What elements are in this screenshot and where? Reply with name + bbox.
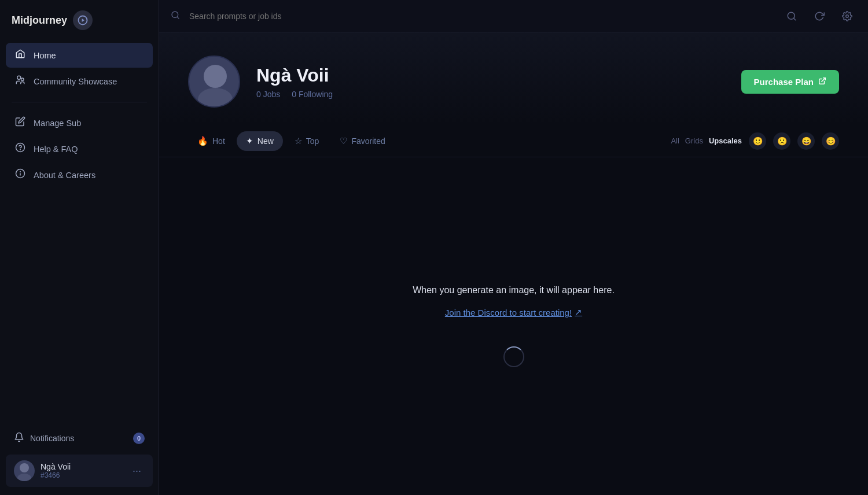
search-input[interactable] [189,12,775,21]
search-button[interactable] [782,7,801,25]
bell-icon [14,432,24,444]
sidebar-divider [12,102,147,102]
about-icon [14,168,27,182]
sidebar-bottom: Notifications 0 Ngà Voii #3466 ··· [0,418,159,495]
sidebar-item-home[interactable]: Home [6,43,153,68]
svg-line-12 [793,18,795,20]
secondary-nav: Manage Sub Help & FAQ About & Careers [0,108,159,190]
profile-stats: 0 Jobs 0 Following [256,90,333,99]
content-area: When you generate an image, it will appe… [159,157,868,495]
empty-message: When you generate an image, it will appe… [413,285,615,295]
refresh-button[interactable] [810,7,829,25]
sidebar: Midjourney Home [0,0,159,495]
user-card[interactable]: Ngà Voii #3466 ··· [6,455,153,487]
new-icon: ✦ [246,136,253,146]
sidebar-item-help-label: Help & FAQ [34,145,78,154]
svg-point-13 [846,14,849,17]
sidebar-item-about-label: About & Careers [34,171,95,180]
tab-hot-label: Hot [212,136,225,146]
notifications-badge: 0 [133,433,145,444]
tab-new-label: New [258,136,274,146]
tabs-bar: 🔥 Hot ✦ New ☆ Top ♡ Favorited All Grids … [159,125,868,157]
notifications-row[interactable]: Notifications 0 [6,426,153,450]
following-count: 0 Following [292,90,333,99]
search-icon [171,10,180,22]
user-tag: #3466 [41,471,123,479]
purchase-plan-button[interactable]: Purchase Plan [741,70,839,94]
tab-top-label: Top [306,136,319,146]
topbar [159,0,868,32]
sidebar-logo: Midjourney [0,0,159,40]
external-link-icon [818,77,826,87]
community-icon [14,75,27,88]
svg-point-5 [20,149,21,150]
sidebar-item-manage-sub-label: Manage Sub [34,119,81,128]
manage-sub-icon [14,116,27,130]
hot-icon: 🔥 [197,136,208,146]
logo-icon [73,10,93,30]
profile-info: Ngà Voii 0 Jobs 0 Following [256,65,333,99]
svg-marker-1 [82,19,85,22]
emoji-grid-2[interactable]: 🙁 [773,132,790,150]
view-upscales[interactable]: Upscales [709,136,742,145]
jobs-count: 0 Jobs [256,90,280,99]
view-grids[interactable]: Grids [685,136,703,145]
avatar [14,460,35,481]
discord-link-text: Join the Discord to start creating! [445,308,572,317]
notifications-label: Notifications [30,434,74,443]
sidebar-item-home-label: Home [34,51,56,60]
discord-link-icon: ↗ [575,307,582,317]
tabs-right: All Grids Upscales 🙂 🙁 😄 😊 [671,132,839,150]
tab-top[interactable]: ☆ Top [285,131,329,151]
loading-spinner [503,346,524,367]
sidebar-item-community[interactable]: Community Showcase [6,69,153,94]
home-icon [14,49,27,62]
user-display-name: Ngà Voii [41,462,123,471]
profile-avatar [188,56,240,108]
discord-link[interactable]: Join the Discord to start creating! ↗ [445,307,582,317]
tab-new[interactable]: ✦ New [237,131,283,151]
view-all[interactable]: All [671,136,679,145]
settings-button[interactable] [838,7,856,25]
user-card-info: Ngà Voii #3466 [41,462,123,479]
sidebar-item-help[interactable]: Help & FAQ [6,136,153,161]
topbar-icons [782,7,856,25]
help-icon [14,142,27,156]
favorited-icon: ♡ [340,136,347,146]
app-name: Midjourney [12,14,67,27]
top-icon: ☆ [295,136,302,146]
main-content: Ngà Voii 0 Jobs 0 Following Purchase Pla… [159,0,868,495]
emoji-grid-4[interactable]: 😊 [822,132,839,150]
svg-line-10 [177,17,179,19]
svg-point-2 [17,76,21,79]
tab-hot[interactable]: 🔥 Hot [188,131,234,151]
purchase-plan-label: Purchase Plan [754,77,814,87]
emoji-grid-3[interactable]: 😄 [797,132,815,150]
tab-favorited-label: Favorited [351,136,385,146]
sidebar-item-about[interactable]: About & Careers [6,162,153,187]
sidebar-item-manage-sub[interactable]: Manage Sub [6,110,153,135]
sidebar-item-community-label: Community Showcase [34,77,117,86]
primary-nav: Home Community Showcase [0,40,159,96]
user-card-menu-icon[interactable]: ··· [129,464,145,478]
emoji-grid-1[interactable]: 🙂 [749,132,766,150]
svg-point-3 [21,78,24,81]
svg-line-14 [822,77,825,81]
view-toggle: All Grids Upscales [671,136,742,145]
tab-favorited[interactable]: ♡ Favorited [330,131,394,151]
profile-section: Ngà Voii 0 Jobs 0 Following Purchase Pla… [159,32,868,125]
profile-name: Ngà Voii [256,65,333,86]
